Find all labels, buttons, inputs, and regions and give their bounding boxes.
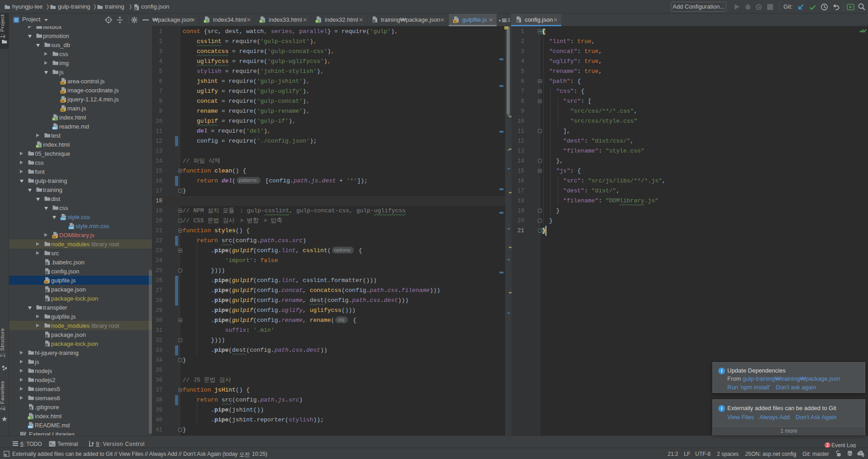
svg-text:101: 101 bbox=[61, 97, 64, 99]
svg-text:MD: MD bbox=[28, 426, 33, 428]
svg-text:JS: JS bbox=[53, 235, 56, 238]
svg-text:?: ? bbox=[860, 451, 862, 455]
svg-text:JS: JS bbox=[61, 91, 64, 93]
svg-text:H: H bbox=[37, 145, 38, 148]
svg-text:H: H bbox=[260, 20, 262, 23]
svg-text:css: css bbox=[69, 226, 73, 229]
svg-text:H: H bbox=[28, 416, 30, 419]
svg-text:JS: JS bbox=[45, 281, 48, 283]
svg-text:H: H bbox=[204, 20, 206, 23]
svg-text:JS: JS bbox=[454, 20, 457, 23]
svg-text:JS: JS bbox=[61, 109, 64, 111]
svg-text:MD: MD bbox=[53, 127, 57, 129]
svg-text:JS: JS bbox=[61, 81, 64, 84]
svg-text:H: H bbox=[316, 20, 318, 23]
svg-text:JS: JS bbox=[61, 100, 64, 102]
svg-text:H: H bbox=[53, 118, 55, 120]
svg-text:css: css bbox=[61, 217, 65, 220]
